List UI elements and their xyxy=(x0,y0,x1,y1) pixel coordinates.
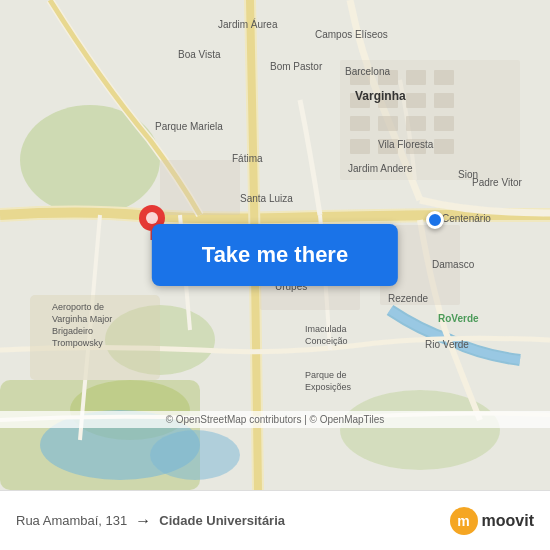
footer: Rua Amambaí, 131 → Cidade Universitária … xyxy=(0,490,550,550)
svg-rect-18 xyxy=(378,116,398,131)
svg-text:Varginha Major: Varginha Major xyxy=(52,314,112,324)
svg-text:Rio Verde: Rio Verde xyxy=(425,339,469,350)
route-arrow: → xyxy=(135,512,151,530)
svg-text:Vila Floresta: Vila Floresta xyxy=(378,139,434,150)
svg-text:Rezende: Rezende xyxy=(388,293,428,304)
svg-text:RoVerde: RoVerde xyxy=(438,313,479,324)
moovit-logo: m moovit xyxy=(450,507,534,535)
svg-text:Damasco: Damasco xyxy=(432,259,475,270)
footer-route: Rua Amambaí, 131 → Cidade Universitária xyxy=(16,512,450,530)
svg-rect-25 xyxy=(160,160,240,215)
svg-point-7 xyxy=(150,430,240,480)
svg-text:Fátima: Fátima xyxy=(232,153,263,164)
svg-text:Centenário: Centenário xyxy=(442,213,491,224)
svg-text:Bom Pastor: Bom Pastor xyxy=(270,61,323,72)
svg-text:Parque de: Parque de xyxy=(305,370,347,380)
svg-text:Conceição: Conceição xyxy=(305,336,348,346)
route-origin: Rua Amambaí, 131 xyxy=(16,513,127,528)
svg-rect-11 xyxy=(406,70,426,85)
svg-rect-21 xyxy=(350,139,370,154)
svg-rect-16 xyxy=(434,93,454,108)
svg-text:Jardim Andere: Jardim Andere xyxy=(348,163,413,174)
svg-rect-24 xyxy=(434,139,454,154)
svg-text:Santa Luiza: Santa Luiza xyxy=(240,193,293,204)
route-destination: Cidade Universitária xyxy=(159,513,285,528)
svg-text:Boa Vista: Boa Vista xyxy=(178,49,221,60)
svg-point-57 xyxy=(146,212,158,224)
svg-text:Brigadeiro: Brigadeiro xyxy=(52,326,93,336)
svg-text:Parque Mariela: Parque Mariela xyxy=(155,121,223,132)
moovit-logo-icon: m xyxy=(450,507,478,535)
svg-rect-12 xyxy=(434,70,454,85)
svg-text:Imaculada: Imaculada xyxy=(305,324,347,334)
svg-text:Barcelona: Barcelona xyxy=(345,66,390,77)
map-attribution: © OpenStreetMap contributors | © OpenMap… xyxy=(0,411,550,428)
svg-text:Varginha: Varginha xyxy=(355,89,406,103)
svg-text:Exposições: Exposições xyxy=(305,382,352,392)
svg-text:Padre Vitor: Padre Vitor xyxy=(472,177,523,188)
svg-rect-17 xyxy=(350,116,370,131)
svg-text:Jardim Áurea: Jardim Áurea xyxy=(218,18,278,30)
take-me-there-button[interactable]: Take me there xyxy=(152,224,398,286)
svg-rect-19 xyxy=(406,116,426,131)
map-container: Jardim Áurea Campos Elíseos Boa Vista Bo… xyxy=(0,0,550,490)
moovit-logo-text: moovit xyxy=(482,512,534,530)
svg-text:Aeroporto de: Aeroporto de xyxy=(52,302,104,312)
svg-rect-15 xyxy=(406,93,426,108)
svg-rect-20 xyxy=(434,116,454,131)
svg-text:Trompowsky: Trompowsky xyxy=(52,338,103,348)
svg-text:Campos Elíseos: Campos Elíseos xyxy=(315,29,388,40)
